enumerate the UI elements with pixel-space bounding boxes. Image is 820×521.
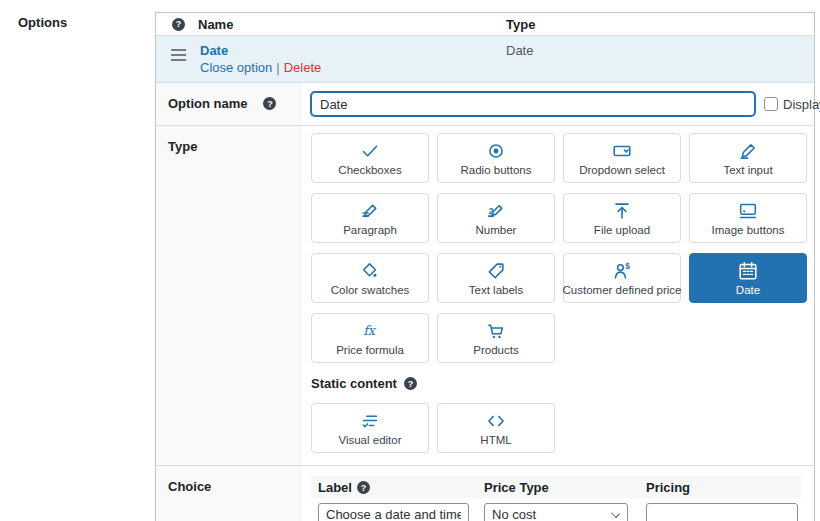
dropdown-icon: [611, 140, 633, 162]
image-icon: [737, 200, 759, 222]
choice-label-cell: Choice: [156, 466, 301, 521]
drag-handle-icon[interactable]: [171, 54, 186, 56]
help-icon[interactable]: ?: [404, 377, 417, 390]
type-label-cell: Type: [156, 126, 301, 465]
choice-content: Label ? Price Type Pricing No cost: [301, 466, 814, 521]
choice-table-header: Label ? Price Type Pricing: [311, 476, 801, 498]
option-name-label-cell: Option name ?: [156, 83, 301, 125]
type-card-text-labels[interactable]: Text labels: [437, 253, 555, 303]
type-card-file-upload[interactable]: File upload: [563, 193, 681, 243]
type-card-color-swatches[interactable]: Color swatches: [311, 253, 429, 303]
help-icon[interactable]: ?: [172, 18, 185, 31]
price-type-select-wrap: No cost: [484, 503, 628, 521]
display-checkbox-wrap: Display: [764, 97, 820, 112]
option-name-input[interactable]: [311, 92, 755, 116]
option-name-content: Display: [301, 83, 820, 125]
cart-icon: [485, 320, 507, 342]
choice-label-input[interactable]: [318, 503, 469, 521]
choice-pricing-input[interactable]: [646, 503, 798, 521]
type-card-html[interactable]: HTML: [437, 403, 555, 453]
svg-text:fx: fx: [363, 323, 377, 338]
upload-icon: [611, 200, 633, 222]
option-name-label: Option name: [168, 96, 247, 111]
editor-lines-icon: [359, 410, 381, 432]
static-content-cards-grid: Visual editor HTML: [311, 403, 811, 453]
type-card-image-buttons[interactable]: Image buttons: [689, 193, 807, 243]
help-icon[interactable]: ?: [263, 97, 276, 110]
choice-row: Choice Label ? Price Type Pricing No cos…: [156, 466, 814, 521]
type-card-dropdown-select[interactable]: Dropdown select: [563, 133, 681, 183]
checkmark-icon: [359, 140, 381, 162]
number-pencil-icon: 2: [485, 200, 507, 222]
option-name-row: Option name ? Display: [156, 83, 814, 126]
tag-icon: [485, 260, 507, 282]
column-header-type: Type: [506, 17, 535, 32]
choice-column-price-type: Price Type: [484, 480, 646, 495]
delete-option-link[interactable]: Delete: [284, 60, 322, 75]
type-card-price-formula[interactable]: fx Price formula: [311, 313, 429, 363]
person-dollar-icon: $: [611, 260, 633, 282]
type-card-visual-editor[interactable]: Visual editor: [311, 403, 429, 453]
formula-fx-icon: fx: [359, 320, 381, 342]
close-option-link[interactable]: Close option: [200, 60, 272, 75]
options-table-header: ? Name Type: [156, 13, 814, 36]
display-checkbox-label: Display: [783, 97, 820, 112]
choice-label: Choice: [168, 479, 211, 494]
radio-button-icon: [485, 140, 507, 162]
choice-input-row: No cost: [311, 503, 801, 521]
type-card-number[interactable]: 2 Number: [437, 193, 555, 243]
type-label: Type: [168, 139, 197, 154]
static-content-heading: Static content ?: [311, 376, 814, 391]
calendar-icon: [737, 260, 759, 282]
type-card-radio-buttons[interactable]: Radio buttons: [437, 133, 555, 183]
option-row-info: Date Close option|Delete: [200, 43, 321, 75]
choice-column-label: Label ?: [318, 480, 484, 495]
type-card-text-input[interactable]: Text input: [689, 133, 807, 183]
type-card-checkboxes[interactable]: Checkboxes: [311, 133, 429, 183]
type-cards-grid: Checkboxes Radio buttons Dropdown select: [311, 133, 811, 363]
choice-column-pricing: Pricing: [646, 480, 801, 495]
options-section-label: Options: [18, 15, 67, 30]
option-type-value: Date: [506, 43, 533, 58]
pencil-icon: [737, 140, 759, 162]
svg-text:$: $: [625, 262, 630, 271]
swatch-icon: [359, 260, 381, 282]
type-card-products[interactable]: Products: [437, 313, 555, 363]
action-separator: |: [276, 60, 279, 75]
options-panel: ? Name Type Date Close option|Delete Dat…: [155, 12, 815, 521]
display-checkbox[interactable]: [764, 97, 778, 111]
type-content: Checkboxes Radio buttons Dropdown select: [301, 126, 814, 465]
option-row-actions: Close option|Delete: [200, 60, 321, 75]
option-name-link[interactable]: Date: [200, 43, 228, 58]
option-row: Date Close option|Delete Date: [156, 36, 814, 83]
help-icon[interactable]: ?: [357, 481, 370, 494]
column-header-name: Name: [198, 17, 233, 32]
code-brackets-icon: [485, 410, 507, 432]
paragraph-pencil-icon: [359, 200, 381, 222]
type-card-customer-defined-price[interactable]: $ Customer defined price: [563, 253, 681, 303]
price-type-select[interactable]: No cost: [484, 503, 628, 521]
type-card-paragraph[interactable]: Paragraph: [311, 193, 429, 243]
type-row: Type Checkboxes Radio buttons: [156, 126, 814, 466]
type-card-date[interactable]: Date: [689, 253, 807, 303]
